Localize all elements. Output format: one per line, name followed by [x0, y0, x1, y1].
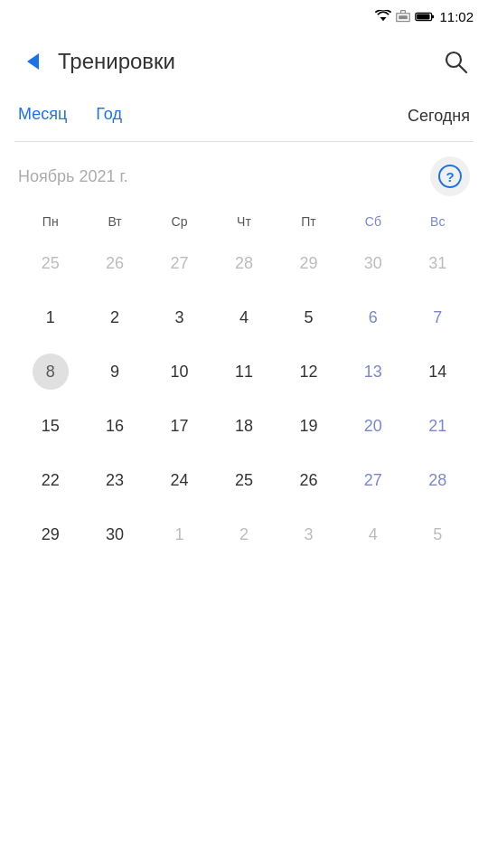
cal-day[interactable]: 25: [18, 236, 82, 290]
help-icon: ?: [438, 165, 462, 188]
tab-row: Месяц Год Сегодня: [0, 90, 488, 141]
day-header-sat: Сб: [341, 211, 405, 232]
cal-day[interactable]: 28: [211, 236, 276, 290]
cal-day[interactable]: 11: [211, 344, 276, 399]
cal-day[interactable]: 1: [147, 507, 211, 561]
status-icons: 11:02: [375, 9, 474, 24]
cal-day[interactable]: 30: [341, 236, 405, 290]
search-button[interactable]: [437, 43, 474, 80]
cal-day[interactable]: 15: [18, 399, 82, 453]
cal-day[interactable]: 13: [341, 344, 405, 399]
back-chevron-icon: [27, 53, 39, 70]
search-icon: [443, 49, 468, 74]
svg-line-10: [460, 66, 467, 73]
calendar-grid: 25 26 27 28 29 30 31 1 2 3 4 5 6 7 8 9 1…: [18, 236, 470, 561]
month-header: Ноябрь 2021 г. ?: [18, 156, 470, 196]
status-bar: 11:02: [0, 0, 488, 33]
svg-point-9: [446, 52, 461, 67]
cal-day-today[interactable]: 8: [18, 344, 82, 399]
cal-day[interactable]: 1: [18, 290, 82, 344]
signal-icon: [396, 10, 410, 23]
svg-rect-8: [418, 14, 430, 19]
cal-day[interactable]: 24: [147, 453, 211, 507]
cal-day[interactable]: 3: [277, 507, 341, 561]
battery-icon: [415, 11, 435, 23]
cal-day[interactable]: 4: [341, 507, 405, 561]
svg-rect-7: [432, 14, 435, 17]
cal-day[interactable]: 25: [211, 453, 276, 507]
cal-day[interactable]: 5: [277, 290, 341, 344]
day-header-tue: Вт: [82, 211, 146, 232]
svg-rect-5: [399, 15, 408, 19]
day-header-thu: Чт: [211, 211, 276, 232]
day-header-fri: Пт: [277, 211, 341, 232]
cal-day[interactable]: 20: [341, 399, 405, 453]
day-header-sun: Вс: [406, 211, 470, 232]
back-button[interactable]: [14, 43, 51, 80]
status-time: 11:02: [439, 9, 474, 24]
cal-day[interactable]: 30: [82, 507, 146, 561]
help-button[interactable]: ?: [430, 156, 470, 196]
cal-day[interactable]: 7: [406, 290, 470, 344]
day-header-wed: Ср: [147, 211, 211, 232]
cal-day[interactable]: 26: [82, 236, 146, 290]
cal-day[interactable]: 10: [147, 344, 211, 399]
cal-day[interactable]: 4: [211, 290, 276, 344]
cal-day[interactable]: 2: [211, 507, 276, 561]
day-header-mon: Пн: [18, 211, 82, 232]
cal-day[interactable]: 26: [277, 453, 341, 507]
cal-day[interactable]: 3: [147, 290, 211, 344]
cal-day[interactable]: 14: [406, 344, 470, 399]
cal-day[interactable]: 5: [406, 507, 470, 561]
cal-day[interactable]: 27: [341, 453, 405, 507]
cal-day[interactable]: 31: [406, 236, 470, 290]
calendar-area: Ноябрь 2021 г. ? Пн Вт Ср Чт Пт Сб Вс 25…: [0, 142, 488, 561]
tab-year[interactable]: Год: [96, 105, 122, 127]
cal-day[interactable]: 29: [18, 507, 82, 561]
page-title: Тренировки: [58, 49, 437, 74]
day-headers: Пн Вт Ср Чт Пт Сб Вс: [18, 211, 470, 232]
cal-day[interactable]: 23: [82, 453, 146, 507]
cal-day[interactable]: 6: [341, 290, 405, 344]
top-bar: Тренировки: [0, 33, 488, 90]
cal-day[interactable]: 27: [147, 236, 211, 290]
cal-day[interactable]: 28: [406, 453, 470, 507]
tab-today[interactable]: Сегодня: [408, 107, 470, 126]
tab-month[interactable]: Месяц: [18, 105, 67, 127]
cal-day[interactable]: 16: [82, 399, 146, 453]
cal-day[interactable]: 9: [82, 344, 146, 399]
cal-day[interactable]: 29: [277, 236, 341, 290]
cal-day[interactable]: 17: [147, 399, 211, 453]
cal-day[interactable]: 2: [82, 290, 146, 344]
cal-day[interactable]: 19: [277, 399, 341, 453]
wifi-icon: [375, 10, 391, 23]
cal-day[interactable]: 12: [277, 344, 341, 399]
cal-day[interactable]: 22: [18, 453, 82, 507]
month-label: Ноябрь 2021 г.: [18, 167, 128, 186]
cal-day[interactable]: 21: [406, 399, 470, 453]
cal-day[interactable]: 18: [211, 399, 276, 453]
svg-marker-0: [380, 17, 387, 21]
